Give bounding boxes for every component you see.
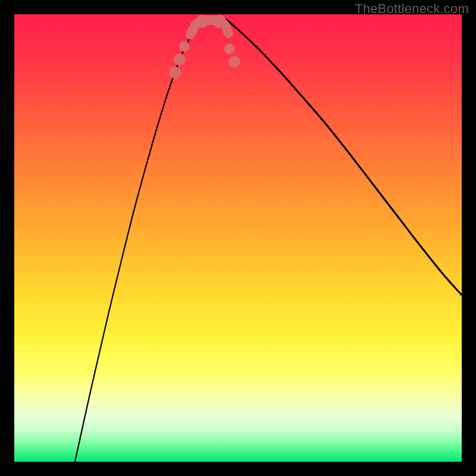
outer-frame: TheBottleneck.com [0,0,476,476]
bead-1 [174,54,186,65]
left-curve [75,20,200,462]
bead-5 [195,15,208,28]
bead-6 [213,15,226,28]
bead-2 [179,41,190,52]
bead-0 [169,67,181,79]
chart-svg [14,14,462,462]
bead-4 [228,56,240,68]
plot-area [14,14,462,462]
right-curve [224,18,462,295]
bead-3 [224,43,235,54]
watermark-text: TheBottleneck.com [355,1,469,17]
